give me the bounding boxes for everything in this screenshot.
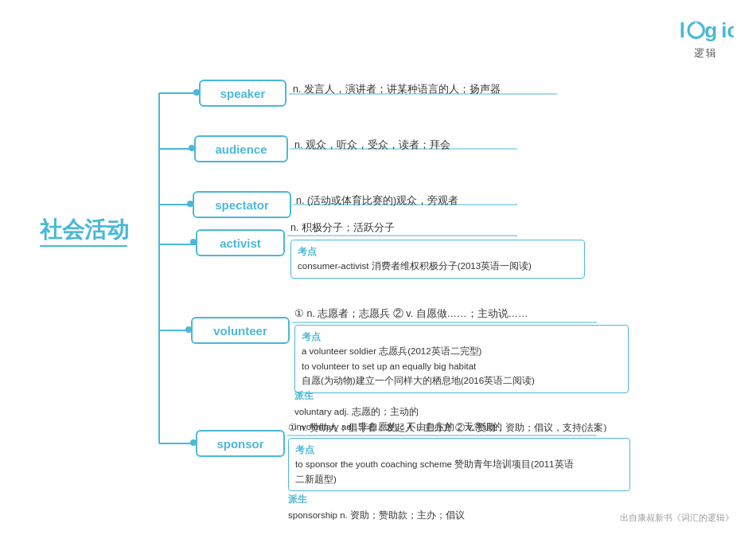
node-speaker: speaker (199, 80, 286, 107)
node-spectator: spectator (193, 191, 291, 218)
def-speaker: n. 发言人，演讲者；讲某种语言的人；扬声器 (293, 83, 501, 96)
dot-activist (190, 239, 197, 245)
dot-sponsor (190, 439, 197, 446)
dot-volunteer (185, 326, 192, 333)
node-audience: audience (194, 135, 288, 162)
node-activist: activist (196, 229, 285, 256)
dot-audience (189, 145, 195, 151)
def-activist: n. 积极分子；活跃分子 (290, 221, 395, 235)
kaodian-activist: 考点 consumer-activist 消费者维权积极分子(2013英语一阅读… (290, 240, 585, 279)
kaodian-sponsor: 考点 to sponsor the youth coaching scheme … (288, 438, 630, 491)
page: l g ic 逻辑 社会活动 (0, 0, 756, 535)
def-spectator: n. (活动或体育比赛的)观众，旁观者 (296, 194, 458, 208)
dot-speaker (193, 89, 200, 96)
footer-text: 出自康叔新书《词汇的逻辑》 (620, 512, 734, 524)
def-volunteer: ① n. 志愿者；志愿兵 ② v. 自愿做……；主动说…… (294, 307, 528, 321)
paisheng-sponsor: 派生 sponsorship n. 资助；赞助款；主办；倡议 (288, 492, 465, 523)
center-title: 社会活动 (40, 215, 129, 245)
kaodian-volunteer: 考点 a volunteer soldier 志愿兵(2012英语二完型) to… (294, 325, 629, 393)
node-volunteer: volunteer (191, 317, 290, 344)
def-audience: n. 观众，听众，受众，读者；拜会 (294, 139, 450, 152)
center-title-underline (40, 245, 127, 247)
node-sponsor: sponsor (196, 430, 285, 457)
def-sponsor: ① n. 赞助人；倡导者；发起人，主办方 ② v. 赞助，资助；倡议，支持(法案… (288, 422, 606, 434)
mindmap: speaker n. 发言人，演讲者；讲某种语言的人；扬声器 audience … (135, 24, 740, 517)
dot-spectator (187, 201, 193, 207)
